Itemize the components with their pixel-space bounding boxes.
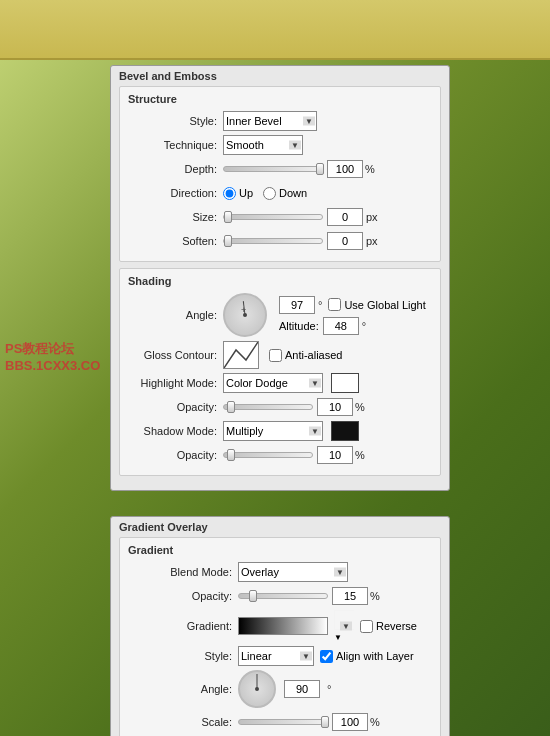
- anti-aliased-checkbox[interactable]: [269, 349, 282, 362]
- shading-title: Shading: [128, 275, 432, 287]
- highlight-opacity-thumb[interactable]: [227, 401, 235, 413]
- shading-section: Shading Angle: + °: [119, 268, 441, 476]
- depth-slider-track[interactable]: [223, 166, 323, 172]
- technique-select-wrapper[interactable]: Smooth Chisel Hard Chisel Soft: [223, 135, 303, 155]
- style-select[interactable]: Inner Bevel Outer Bevel Emboss Pillow Em…: [223, 111, 317, 131]
- soften-slider-track[interactable]: [223, 238, 323, 244]
- shadow-mode-label: Shadow Mode:: [128, 425, 223, 437]
- shading-angle-label: Angle:: [128, 309, 223, 321]
- shadow-mode-select[interactable]: Multiply Normal Color Dodge Screen: [223, 421, 323, 441]
- gradient-overlay-panel: Gradient Overlay Gradient Blend Mode: Ov…: [110, 516, 450, 736]
- gradient-opacity-row: Opacity: %: [128, 586, 432, 606]
- style-select-wrapper[interactable]: Inner Bevel Outer Bevel Emboss Pillow Em…: [223, 111, 317, 131]
- technique-row: Technique: Smooth Chisel Hard Chisel Sof…: [128, 135, 432, 155]
- altitude-unit: °: [362, 320, 366, 332]
- reverse-label: Reverse: [376, 620, 417, 632]
- angle-dial[interactable]: +: [223, 293, 267, 337]
- gradient-angle-value[interactable]: [284, 680, 320, 698]
- soften-value[interactable]: [327, 232, 363, 250]
- direction-down-item[interactable]: Down: [263, 187, 307, 200]
- gradient-style-label: Style:: [128, 650, 238, 662]
- direction-up-label: Up: [239, 187, 253, 199]
- contour-preview[interactable]: [223, 341, 259, 369]
- gradient-style-select-wrapper[interactable]: Linear Radial Angle Reflected Diamond: [238, 646, 314, 666]
- shadow-opacity-thumb[interactable]: [227, 449, 235, 461]
- gradient-style-select[interactable]: Linear Radial Angle Reflected Diamond: [238, 646, 314, 666]
- top-bar: [0, 0, 550, 60]
- gradient-scale-label: Scale:: [128, 716, 238, 728]
- highlight-opacity-label: Opacity:: [128, 401, 223, 413]
- gradient-angle-dial[interactable]: [238, 670, 276, 708]
- shadow-mode-select-wrapper[interactable]: Multiply Normal Color Dodge Screen: [223, 421, 323, 441]
- size-slider-thumb[interactable]: [224, 211, 232, 223]
- highlight-opacity-slider[interactable]: [223, 404, 313, 410]
- direction-up-item[interactable]: Up: [223, 187, 253, 200]
- gradient-picker-label: Gradient:: [128, 620, 238, 632]
- align-layer-item[interactable]: Align with Layer: [320, 650, 414, 663]
- shadow-opacity-row: Opacity: %: [128, 445, 432, 465]
- gradient-angle-controls: °: [238, 670, 331, 708]
- direction-down-radio[interactable]: [263, 187, 276, 200]
- soften-label: Soften:: [128, 235, 223, 247]
- gloss-contour-label: Gloss Contour:: [128, 349, 223, 361]
- gradient-type-wrapper[interactable]: ▼: [334, 610, 354, 642]
- depth-unit: %: [365, 163, 375, 175]
- direction-label: Direction:: [128, 187, 223, 199]
- size-slider-track[interactable]: [223, 214, 323, 220]
- gradient-angle-label: Angle:: [128, 683, 238, 695]
- gradient-scale-slider[interactable]: [238, 719, 328, 725]
- highlight-mode-label: Highlight Mode:: [128, 377, 223, 389]
- gradient-angle-row: Angle: °: [128, 670, 432, 708]
- gradient-angle-unit: °: [327, 683, 331, 695]
- gradient-type-select[interactable]: [334, 610, 354, 630]
- global-light-checkbox[interactable]: [328, 298, 341, 311]
- highlight-opacity-value[interactable]: [317, 398, 353, 416]
- gradient-opacity-value[interactable]: [332, 587, 368, 605]
- highlight-mode-controls: Color Dodge Normal Multiply Screen: [223, 373, 359, 393]
- gradient-style-controls: Linear Radial Angle Reflected Diamond Al…: [238, 646, 414, 666]
- direction-up-radio[interactable]: [223, 187, 236, 200]
- depth-row: Depth: %: [128, 159, 432, 179]
- global-light-item[interactable]: Use Global Light: [328, 298, 425, 311]
- gradient-opacity-thumb[interactable]: [249, 590, 257, 602]
- gradient-scale-thumb[interactable]: [321, 716, 329, 728]
- align-layer-checkbox[interactable]: [320, 650, 333, 663]
- reverse-item[interactable]: Reverse: [360, 620, 417, 633]
- anti-aliased-label: Anti-aliased: [285, 349, 342, 361]
- gradient-scale-row: Scale: %: [128, 712, 432, 732]
- size-row: Size: px: [128, 207, 432, 227]
- structure-title: Structure: [128, 93, 432, 105]
- shadow-color-swatch[interactable]: [331, 421, 359, 441]
- gradient-blend-mode-select[interactable]: Overlay Normal Multiply Screen: [238, 562, 348, 582]
- global-light-label: Use Global Light: [344, 299, 425, 311]
- highlight-mode-select-wrapper[interactable]: Color Dodge Normal Multiply Screen: [223, 373, 323, 393]
- depth-label: Depth:: [128, 163, 223, 175]
- highlight-mode-row: Highlight Mode: Color Dodge Normal Multi…: [128, 373, 432, 393]
- gradient-blend-mode-row: Blend Mode: Overlay Normal Multiply Scre…: [128, 562, 432, 582]
- shadow-opacity-slider[interactable]: [223, 452, 313, 458]
- altitude-value[interactable]: [323, 317, 359, 335]
- gradient-preview[interactable]: [238, 617, 328, 635]
- shadow-opacity-value[interactable]: [317, 446, 353, 464]
- angle-value[interactable]: [279, 296, 315, 314]
- highlight-opacity-row: Opacity: %: [128, 397, 432, 417]
- structure-section: Structure Style: Inner Bevel Outer Bevel…: [119, 86, 441, 262]
- reverse-checkbox[interactable]: [360, 620, 373, 633]
- depth-slider-thumb[interactable]: [316, 163, 324, 175]
- anti-aliased-item[interactable]: Anti-aliased: [269, 349, 342, 362]
- highlight-color-swatch[interactable]: [331, 373, 359, 393]
- gradient-section-title: Gradient: [128, 544, 432, 556]
- style-row: Style: Inner Bevel Outer Bevel Emboss Pi…: [128, 111, 432, 131]
- depth-value[interactable]: [327, 160, 363, 178]
- panels-container: Bevel and Emboss Structure Style: Inner …: [110, 65, 450, 736]
- soften-slider-thumb[interactable]: [224, 235, 232, 247]
- gradient-scale-value[interactable]: [332, 713, 368, 731]
- size-value[interactable]: [327, 208, 363, 226]
- gradient-blend-mode-wrapper[interactable]: Overlay Normal Multiply Screen: [238, 562, 348, 582]
- soften-row: Soften: px: [128, 231, 432, 251]
- technique-select[interactable]: Smooth Chisel Hard Chisel Soft: [223, 135, 303, 155]
- gloss-contour-controls: Anti-aliased: [223, 341, 342, 369]
- shadow-opacity-label: Opacity:: [128, 449, 223, 461]
- gradient-opacity-slider[interactable]: [238, 593, 328, 599]
- highlight-mode-select[interactable]: Color Dodge Normal Multiply Screen: [223, 373, 323, 393]
